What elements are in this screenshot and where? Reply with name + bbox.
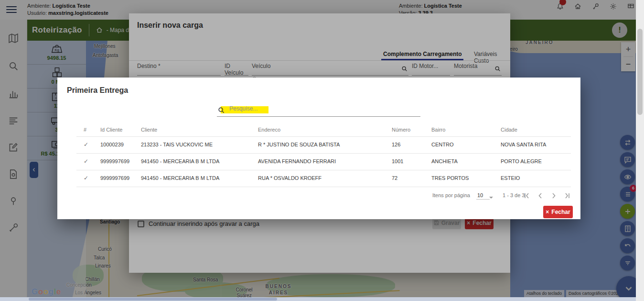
cell-numero: 126 <box>392 142 400 147</box>
col-header-cliente[interactable]: Cliente <box>141 127 157 133</box>
next-page-icon[interactable] <box>550 192 558 200</box>
cell-cliente: 941450 - MERCEARIA B M LTDA <box>141 158 219 164</box>
fechar-entrega-button[interactable]: × Fechar <box>543 206 573 218</box>
items-per-page-label: Itens por página <box>432 192 470 198</box>
cell-cliente: 213233 - TAIS VUCKOVIC ME <box>141 142 213 147</box>
col-header-cidade[interactable]: Cidade <box>501 127 517 133</box>
search-input[interactable] <box>229 105 416 112</box>
vertical-scrollbar[interactable] <box>636 0 644 301</box>
row-check-icon[interactable]: ✓ <box>84 158 88 165</box>
cell-endereco: RUA * OSVALDO KROEFF <box>258 175 322 181</box>
cell-cliente: 941450 - MERCEARIA B M LTDA <box>141 175 219 181</box>
cell-bairro: CENTRO <box>431 142 453 147</box>
search-icon <box>218 107 225 113</box>
row-check-icon[interactable]: ✓ <box>84 141 88 148</box>
cell-endereco: R * JUSTINO DE SOUZA BATISTA <box>258 142 340 147</box>
cell-id-cliente: 9999997699 <box>100 158 129 164</box>
cell-cidade: PORTO ALEGRE <box>501 158 542 164</box>
primeira-entrega-modal: Primeira Entrega # Id Cliente Cliente En… <box>57 78 580 219</box>
pagination-range: 1 - 3 de 3 <box>503 192 525 198</box>
horizontal-scrollbar[interactable] <box>0 297 644 301</box>
col-header-endereco[interactable]: Endereco <box>258 127 280 133</box>
col-header-num[interactable]: # <box>84 127 86 133</box>
vertical-scrollbar-thumb[interactable] <box>637 29 643 115</box>
search-field[interactable] <box>217 104 420 117</box>
cell-numero: 72 <box>392 175 397 181</box>
modal-title: Primeira Entrega <box>67 86 128 95</box>
cell-cidade: ESTEIO <box>501 175 520 181</box>
previous-page-icon[interactable] <box>537 192 544 200</box>
page-size-caret-icon[interactable] <box>487 194 495 201</box>
row-check-icon[interactable]: ✓ <box>84 175 88 181</box>
screen: Ambiente: Logística Teste Usuário: maxst… <box>0 0 644 301</box>
first-page-icon[interactable] <box>523 192 531 200</box>
cell-bairro: TRES PORTOS <box>431 175 469 181</box>
cell-bairro: ANCHIETA <box>431 158 458 164</box>
horizontal-scrollbar-thumb[interactable] <box>29 298 277 301</box>
cell-id-cliente: 9999997699 <box>100 175 129 181</box>
cell-endereco: AVENIDA FERNANDO FERRARI <box>258 158 336 164</box>
cell-numero: 1001 <box>392 158 403 164</box>
cell-cidade: NOVA SANTA RITA <box>501 142 546 147</box>
col-header-numero[interactable]: Número <box>392 127 410 133</box>
cell-id-cliente: 10000239 <box>100 142 124 147</box>
close-x-icon: × <box>546 209 549 215</box>
col-header-id-cliente[interactable]: Id Cliente <box>100 127 122 133</box>
last-page-icon[interactable] <box>563 192 571 200</box>
col-header-bairro[interactable]: Bairro <box>431 127 445 133</box>
